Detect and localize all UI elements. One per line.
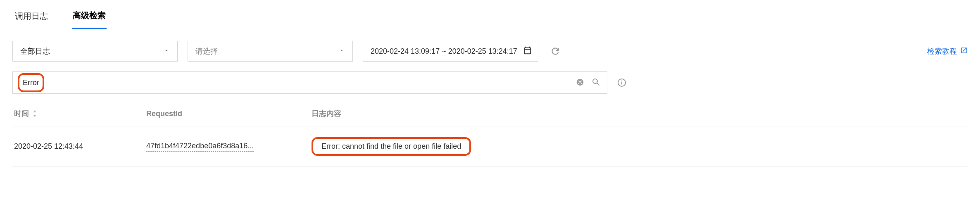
results-table: 时间 RequestId 日志内容 2020-02-25 12:43:44 47… (12, 94, 968, 167)
filter-bar: 全部日志 请选择 2020-02-24 13:09:17 ~ 2020-02-2… (12, 29, 968, 62)
col-header-time-label: 时间 (14, 109, 29, 119)
table-row: 2020-02-25 12:43:44 47fd1b4f4722edbe0a6f… (12, 126, 968, 167)
search-icon[interactable] (591, 77, 601, 88)
refresh-button[interactable] (548, 44, 562, 58)
log-content-highlight: Error: cannot find the file or open file… (312, 137, 471, 156)
caret-down-icon (338, 47, 345, 56)
col-header-content: 日志内容 (312, 109, 966, 119)
date-range-value: 2020-02-24 13:09:17 ~ 2020-02-25 13:24:1… (371, 47, 517, 56)
search-row: Error (12, 62, 968, 94)
info-icon[interactable] (615, 76, 629, 90)
search-term-text: Error (23, 78, 39, 87)
calendar-icon (523, 46, 532, 57)
svg-point-2 (621, 81, 622, 81)
external-link-icon (960, 47, 968, 56)
tab-call-log[interactable]: 调用日志 (14, 11, 49, 29)
category-select[interactable]: 请选择 (188, 41, 353, 62)
sort-icon (32, 110, 37, 117)
help-link[interactable]: 检索教程 (927, 46, 968, 56)
clear-icon[interactable] (576, 78, 585, 88)
tab-advanced-search[interactable]: 高级检索 (72, 10, 107, 29)
caret-down-icon (163, 47, 170, 56)
tabs: 调用日志 高级检索 (12, 0, 968, 29)
col-header-request-id: RequestId (146, 109, 312, 118)
log-scope-select[interactable]: 全部日志 (12, 41, 178, 62)
log-content-text: Error: cannot find the file or open file… (321, 142, 461, 151)
category-select-placeholder: 请选择 (195, 46, 218, 56)
col-header-time[interactable]: 时间 (14, 109, 146, 119)
help-link-label: 检索教程 (927, 46, 957, 56)
request-id-text: 47fd1b4f4722edbe0a6f3d8a16... (146, 142, 254, 152)
log-scope-value: 全部日志 (20, 46, 50, 56)
cell-time: 2020-02-25 12:43:44 (14, 142, 146, 151)
search-input[interactable]: Error (12, 71, 607, 94)
table-header: 时间 RequestId 日志内容 (12, 109, 968, 126)
cell-content: Error: cannot find the file or open file… (312, 137, 966, 156)
svg-rect-3 (621, 82, 622, 85)
cell-request-id[interactable]: 47fd1b4f4722edbe0a6f3d8a16... (146, 142, 312, 152)
date-range-picker[interactable]: 2020-02-24 13:09:17 ~ 2020-02-25 13:24:1… (363, 41, 538, 62)
search-term-highlight: Error (18, 73, 44, 92)
